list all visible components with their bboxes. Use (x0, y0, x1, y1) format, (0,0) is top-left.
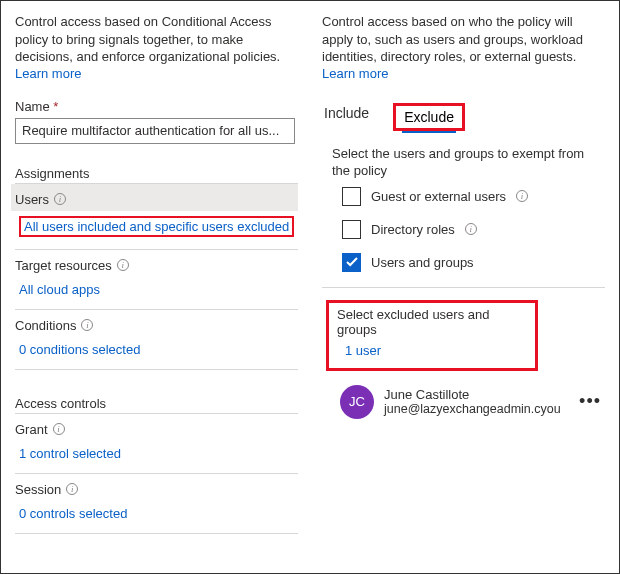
exclude-sub-intro: Select the users and groups to exempt fr… (322, 145, 605, 180)
user-email: june@lazyexchangeadmin.cyou (384, 402, 561, 416)
conditions-label: Conditions (15, 318, 76, 333)
learn-more-left[interactable]: Learn more (15, 66, 81, 81)
target-resources-row[interactable]: Target resources i (15, 250, 298, 277)
opt-guest-label: Guest or external users (371, 189, 506, 204)
learn-more-right[interactable]: Learn more (322, 66, 388, 81)
select-excluded-value[interactable]: 1 user (337, 337, 527, 358)
checkbox-unchecked-icon[interactable] (342, 187, 361, 206)
session-row[interactable]: Session i (15, 474, 298, 501)
right-intro: Control access based on who the policy w… (322, 13, 605, 66)
tab-exclude[interactable]: Exclude (402, 107, 456, 133)
opt-roles-row[interactable]: Directory roles i (322, 213, 605, 246)
info-icon[interactable]: i (81, 319, 93, 331)
info-icon[interactable]: i (516, 190, 528, 202)
assignments-heading: Assignments (15, 166, 298, 181)
checkbox-unchecked-icon[interactable] (342, 220, 361, 239)
info-icon[interactable]: i (66, 483, 78, 495)
conditions-row[interactable]: Conditions i (15, 310, 298, 337)
select-excluded-block: Select excluded users and groups 1 user (326, 300, 538, 371)
target-value[interactable]: All cloud apps (15, 277, 298, 307)
info-icon[interactable]: i (117, 259, 129, 271)
users-value[interactable]: All users included and specific users ex… (15, 211, 298, 247)
users-label: Users (15, 192, 49, 207)
conditions-value[interactable]: 0 conditions selected (15, 337, 298, 367)
opt-usersgroups-row[interactable]: Users and groups (322, 246, 605, 279)
tab-include[interactable]: Include (322, 103, 371, 127)
more-icon[interactable]: ••• (579, 396, 605, 407)
excluded-user-row[interactable]: JC June Castillote june@lazyexchangeadmi… (322, 371, 605, 419)
info-icon[interactable]: i (53, 423, 65, 435)
access-controls-heading: Access controls (15, 396, 298, 411)
grant-value[interactable]: 1 control selected (15, 441, 298, 471)
opt-guest-row[interactable]: Guest or external users i (322, 180, 605, 213)
session-value[interactable]: 0 controls selected (15, 501, 298, 531)
opt-usersgroups-label: Users and groups (371, 255, 474, 270)
checkbox-checked-icon[interactable] (342, 253, 361, 272)
grant-label: Grant (15, 422, 48, 437)
user-name: June Castillote (384, 387, 561, 402)
session-label: Session (15, 482, 61, 497)
left-intro: Control access based on Conditional Acce… (15, 13, 298, 66)
select-excluded-label: Select excluded users and groups (337, 307, 527, 337)
opt-roles-label: Directory roles (371, 222, 455, 237)
avatar: JC (340, 385, 374, 419)
include-exclude-tabs: Include Exclude (322, 103, 605, 131)
policy-name-input[interactable] (15, 118, 295, 144)
name-label: Name * (15, 99, 298, 114)
info-icon[interactable]: i (465, 223, 477, 235)
users-row[interactable]: Users i (11, 184, 298, 211)
target-label: Target resources (15, 258, 112, 273)
grant-row[interactable]: Grant i (15, 414, 298, 441)
info-icon[interactable]: i (54, 193, 66, 205)
